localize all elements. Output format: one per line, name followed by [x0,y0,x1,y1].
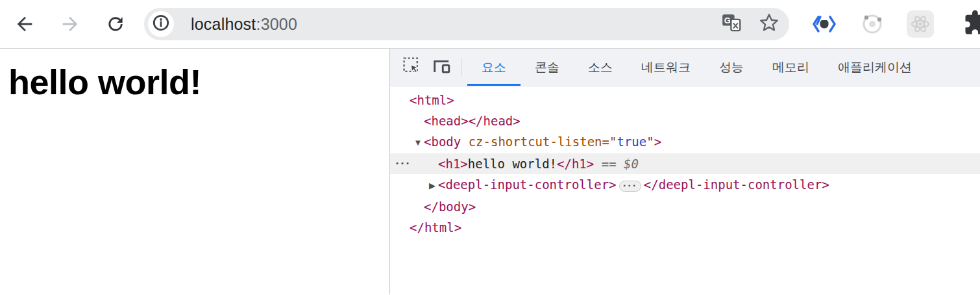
back-button[interactable] [8,7,42,41]
devtools-tabs: 요소 콘솔 소스 네트워크 성능 메모리 애플리케이션 [467,49,926,86]
elements-dom-tree: <html> <head></head> ▼<body cz-shortcut-… [390,86,980,294]
devtools-panel: 요소 콘솔 소스 네트워크 성능 메모리 애플리케이션 <html> <head… [390,49,980,294]
devtools-tabbar: 요소 콘솔 소스 네트워크 성능 메모리 애플리케이션 [390,49,980,86]
body-attr-equals: =" [602,135,617,149]
expander-right-icon[interactable]: ▶ [426,175,438,196]
browser-content: hello world! [0,49,980,294]
site-info-button[interactable] [148,11,174,37]
back-arrow-icon [14,13,36,35]
device-toolbar-icon [432,56,452,79]
tree-row-body-close[interactable]: </body> [390,196,980,217]
body-end-bracket: "> [646,135,661,149]
google-translate-icon[interactable]: G [722,13,741,35]
svg-text:G: G [724,16,731,25]
h1-open-tag: <h1> [438,157,468,171]
more-actions-dots-icon[interactable]: ••• [395,153,411,174]
body-attr-name: cz-shortcut-listen [469,135,602,149]
react-atom-icon [907,10,934,38]
h1-close-tag: </h1> [557,157,594,171]
equals-hint: == [594,157,624,171]
tree-row-html-close[interactable]: </html> [390,217,980,238]
browser-toolbar: localhost:3000 G [0,0,980,49]
deepl-close-tag: </deepl-input-controller> [644,177,829,192]
tree-row-h1-selected[interactable]: •••<h1>hello world!</h1> == $0 [390,153,980,174]
rendered-page: hello world! [0,49,390,294]
html-close-tag: </html> [410,220,461,235]
body-attr-value: true [617,135,646,149]
tree-row-html-open[interactable]: <html> [390,90,980,110]
tree-row-deepl[interactable]: ▶<deepl-input-controller>•••</deepl-inpu… [390,174,980,196]
reload-icon [105,14,126,34]
info-circle-icon [151,13,171,35]
head-tags: <head></head> [424,114,521,128]
star-outline-icon[interactable] [758,12,780,36]
deepl-open-tag: <deepl-input-controller> [438,177,617,192]
body-close-tag: </body> [424,199,476,214]
reload-button[interactable] [99,7,132,41]
collapsed-content-dots-icon[interactable]: ••• [619,181,641,192]
github-code-extension-icon[interactable] [810,10,839,38]
tab-elements[interactable]: 요소 [467,49,521,86]
react-devtools-extension-icon[interactable] [906,10,935,38]
html-open-tag: <html> [410,93,454,107]
address-bar[interactable]: localhost:3000 G [144,8,789,40]
tree-row-body-open[interactable]: ▼<body cz-shortcut-listen="true"> [390,131,980,153]
tab-network[interactable]: 네트워크 [627,49,705,86]
tree-row-head[interactable]: <head></head> [390,110,980,131]
url-host: localhost [191,15,256,33]
h1-text-node: hello world! [468,157,557,171]
expander-down-icon[interactable]: ▼ [412,133,424,153]
url-port: :3000 [256,15,297,33]
extensions-menu-button[interactable] [963,9,980,39]
page-heading: hello world! [8,62,389,102]
forward-button[interactable] [53,7,87,41]
tab-performance[interactable]: 성능 [705,49,758,86]
tab-memory[interactable]: 메모리 [758,49,824,86]
puzzle-piece-icon [963,27,980,38]
tab-sources[interactable]: 소스 [574,49,627,86]
url-text[interactable]: localhost:3000 [191,15,722,34]
dollar-zero-ref: $0 [624,157,639,171]
inspect-element-button[interactable] [397,49,426,86]
device-toolbar-button[interactable] [426,49,456,86]
forward-arrow-icon [59,13,81,35]
tab-console[interactable]: 콘솔 [521,49,574,86]
body-open-tag: <body [424,135,469,149]
tab-application[interactable]: 애플리케이션 [824,49,926,86]
inspect-element-icon [402,56,422,79]
toolbar-divider [461,58,462,77]
orbit-extension-icon[interactable] [858,10,887,38]
